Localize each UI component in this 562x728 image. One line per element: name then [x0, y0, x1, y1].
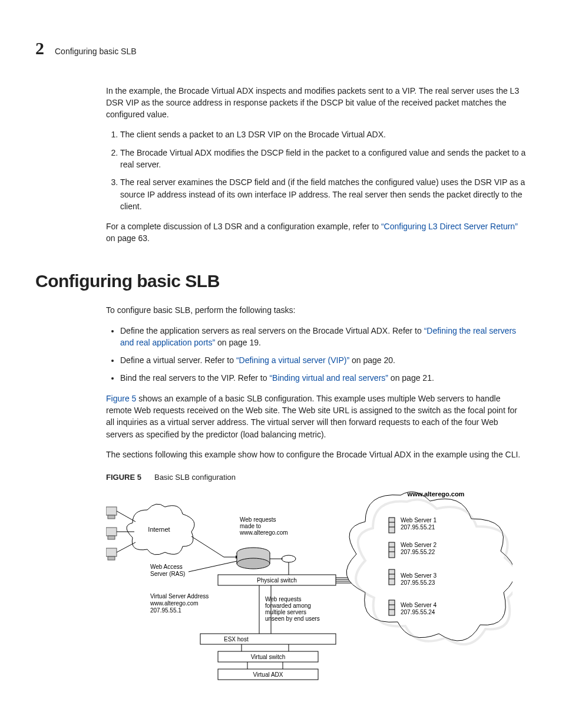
internet-cloud: Internet — [127, 504, 194, 555]
bullet-pre: Bind the real servers to the VIP. Refer … — [120, 373, 269, 383]
svg-rect-4 — [106, 548, 117, 556]
ref-text-pre: For a complete discussion of L3 DSR and … — [106, 222, 381, 231]
ras-cylinder — [237, 548, 270, 569]
ras-label: Web AccessServer (RAS) — [150, 564, 185, 577]
slb-diagram: Internet Web AccessServer (RAS) — [106, 489, 513, 690]
bullet-post: on page 21. — [388, 373, 434, 383]
running-head: Configuring basic SLB — [55, 45, 137, 57]
arrow-line — [191, 536, 224, 557]
bullet-post: on page 20. — [349, 355, 395, 365]
step-item: The client sends a packet to an L3 DSR V… — [120, 129, 527, 140]
svg-point-17 — [282, 555, 296, 562]
svg-text:Web Server 4207.95.55.24: Web Server 4207.95.55.24 — [401, 602, 437, 615]
bullet-list: Define the application servers as real s… — [106, 325, 527, 384]
xref-link[interactable]: “Binding virtual and real servers” — [269, 373, 388, 383]
bullet-item: Define the application servers as real s… — [120, 325, 527, 349]
vip-label: Virtual Server Addresswww.alterego.com20… — [150, 593, 209, 614]
xref-link[interactable]: “Configuring L3 Direct Server Return” — [381, 222, 518, 231]
bullet-post: on page 19. — [215, 338, 261, 347]
internet-label: Internet — [148, 526, 170, 533]
domain-label: www.alterego.com — [407, 490, 465, 498]
steps-list: The client sends a packet to an L3 DSR V… — [106, 129, 527, 212]
svg-rect-25 — [389, 569, 395, 585]
body-content: In the example, the Brocade Virtual ADX … — [106, 85, 527, 245]
svg-text:Web Server 3207.95.55.23: Web Server 3207.95.55.23 — [401, 572, 437, 586]
svg-rect-1 — [108, 515, 115, 519]
svg-line-8 — [117, 542, 135, 552]
vadx-label: Virtual ADX — [253, 671, 283, 678]
reference-paragraph: For a complete discussion of L3 DSR and … — [106, 220, 527, 245]
svg-rect-2 — [106, 528, 117, 536]
step-item: The real server examines the DSCP field … — [120, 176, 527, 212]
fwd-label: Web requestsforwarded amongmultiple serv… — [265, 596, 320, 622]
svg-line-15 — [189, 561, 237, 572]
server-cloud — [346, 492, 513, 641]
ellipse-junction — [282, 555, 296, 562]
bullet-pre: Define a virtual server. Refer to — [120, 355, 236, 365]
fig-ref-text: shows an example of a basic SLB configur… — [106, 394, 517, 439]
bullet-item: Define a virtual server. Refer to “Defin… — [120, 354, 527, 366]
figure-caption: FIGURE 5Basic SLB configuration — [106, 471, 527, 483]
svg-rect-5 — [108, 556, 115, 560]
physical-switch-label: Physical switch — [257, 577, 297, 584]
esx-label: ESX host — [224, 636, 249, 643]
esx-box — [200, 634, 336, 644]
figure-label: FIGURE 5 — [106, 473, 141, 482]
svg-rect-22 — [389, 542, 395, 558]
xref-link[interactable]: “Defining a virtual server (VIP)” — [236, 355, 349, 365]
intro-paragraph: In the example, the Brocade Virtual ADX … — [106, 85, 527, 121]
svg-rect-3 — [108, 536, 115, 539]
cli-paragraph: The sections following this example show… — [106, 449, 527, 460]
svg-rect-19 — [389, 518, 395, 533]
svg-rect-28 — [389, 600, 395, 615]
step-item: The Brocade Virtual ADX modifies the DSC… — [120, 147, 527, 171]
section-heading: Configuring basic SLB — [35, 268, 527, 294]
svg-rect-0 — [106, 507, 117, 515]
svg-text:Web Server 2207.95.55.22: Web Server 2207.95.55.22 — [401, 542, 437, 555]
chapter-number: 2 — [35, 35, 44, 61]
vswitch-label: Virtual switch — [251, 654, 286, 660]
figure-title: Basic SLB configuration — [154, 473, 236, 482]
web-req-to-label: Web requestsmade towww.alterego.com — [239, 516, 288, 536]
bullet-pre: Define the application servers as real s… — [120, 326, 424, 335]
bullet-item: Bind the real servers to the VIP. Refer … — [120, 372, 527, 384]
xref-link[interactable]: Figure 5 — [106, 394, 136, 403]
svg-text:Web Server 1207.95.55.21: Web Server 1207.95.55.21 — [401, 517, 437, 531]
ref-text-post: on page 63. — [106, 233, 150, 243]
page-header: 2 Configuring basic SLB — [35, 35, 527, 61]
svg-line-6 — [117, 511, 135, 522]
svg-point-12 — [237, 558, 270, 569]
tasks-intro: To configure basic SLB, perform the foll… — [106, 304, 527, 316]
figure-ref-paragraph: Figure 5 shows an example of a basic SLB… — [106, 393, 527, 440]
